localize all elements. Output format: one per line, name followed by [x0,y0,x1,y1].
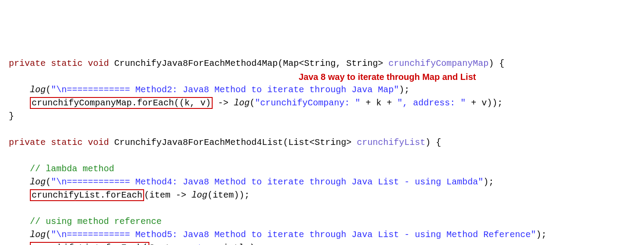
brace-close: } [9,111,14,121]
var-ref: crunchifyCompanyMap [32,98,132,108]
param-type: Map<String, String> [283,58,383,68]
paren-r: ) { [425,137,441,148]
space [383,58,388,68]
log-call: log [30,177,46,187]
dot: . [100,190,105,200]
paren: (item)); [207,190,250,200]
keyword-void: void [88,58,109,68]
method-name: CrunchifyJava8ForEachMethod4Map [114,58,278,68]
string-literal: "\n============ Method2: Java8 Method to… [51,85,399,95]
string-literal: "\n============ Method5: Java8 Method to… [51,230,536,240]
plus-op: + k + [360,98,397,108]
string-literal: ", address: " [397,98,466,108]
foreach-call: forEach( [105,243,148,245]
paren-l: ( [283,137,288,148]
log-call: log [234,98,250,108]
paren-l: ( [278,58,283,68]
paren-r: ); [399,85,409,95]
paren-l: ( [46,85,51,95]
paren-l: ( [46,230,51,240]
arrow: -> [213,98,234,108]
comment: // using method reference [30,216,162,227]
method-name: CrunchifyJava8ForEachMethod4List [114,137,283,148]
paren-r: ) { [488,58,504,68]
dot: . [132,98,137,108]
highlight-foreach-map: crunchifyCompanyMap.forEach((k, v) [30,97,213,109]
paren-r: ); [536,230,546,240]
method-ref: ::println); [202,243,260,245]
paren-l: ( [250,98,255,108]
highlight-foreach-list1: crunchifyList.forEach [30,189,144,201]
log-call: log [192,190,207,200]
param-name: crunchifyList [357,137,425,148]
keyword-static: static [51,58,83,68]
indent [9,243,30,245]
indent [9,190,30,200]
log-call: log [30,230,46,240]
space [351,137,357,148]
paren-l: ( [46,177,51,187]
string-literal: "\n============ Method4: Java8 Method to… [51,177,483,187]
param-type: List<String> [288,137,351,148]
comment: // lambda method [30,164,114,174]
var-ref: crunchifyList [32,243,100,245]
foreach-call: forEach((k, v) [137,98,211,108]
dot: . [100,243,105,245]
param-name: crunchifyCompanyMap [388,58,488,68]
foreach-call: forEach [105,190,142,200]
indent [9,164,30,174]
indent [9,216,30,227]
system-class: System. [149,243,186,245]
indent [9,85,30,95]
keyword-private: private [9,137,46,148]
keyword-void: void [88,137,109,148]
annotation-text: Java 8 way to iterate through Map and Li… [299,70,476,83]
string-literal: "crunchifyCompany: " [255,98,360,108]
log-call: log [30,85,46,95]
var-ref: crunchifyList [32,190,100,200]
indent [9,98,30,108]
lambda-arrow: (item -> [144,190,192,200]
plus-op: + v)); [466,98,503,108]
out-field: out [186,243,202,245]
code-block: private static void CrunchifyJava8ForEac… [9,57,635,245]
keyword-static: static [51,137,83,148]
keyword-private: private [9,58,46,68]
indent [9,230,30,240]
paren-r: ); [483,177,494,187]
highlight-foreach-list2: crunchifyList.forEach( [30,242,149,245]
indent [9,177,30,187]
